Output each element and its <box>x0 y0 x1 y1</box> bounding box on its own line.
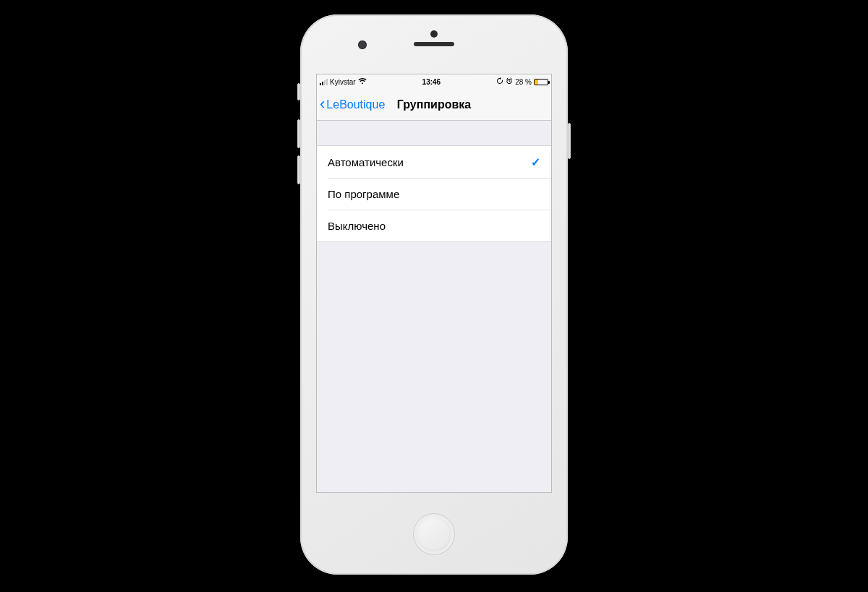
carrier-label: Kyivstar <box>330 78 356 86</box>
group-spacer <box>317 121 551 145</box>
home-button <box>413 513 455 555</box>
back-label: LeBoutique <box>326 98 385 111</box>
page-title: Группировка <box>397 98 471 111</box>
phone-bottom-bezel <box>413 493 455 575</box>
rotation-lock-icon <box>496 77 503 86</box>
options-list: Автоматически ✓ По программе Выключено <box>317 145 551 242</box>
status-bar: Kyivstar 13:46 28 % <box>317 74 551 89</box>
option-label: По программе <box>328 188 399 200</box>
navigation-bar: ‹ LeBoutique Группировка <box>317 89 551 121</box>
front-camera <box>358 40 367 49</box>
screen: Kyivstar 13:46 28 % ‹ LeBoutique <box>316 74 552 493</box>
earpiece-speaker <box>414 42 454 46</box>
volume-up-button <box>297 119 300 148</box>
option-automatic[interactable]: Автоматически ✓ <box>317 146 551 178</box>
wifi-icon <box>358 78 367 86</box>
chevron-left-icon: ‹ <box>320 96 325 112</box>
phone-top-bezel <box>300 14 568 74</box>
option-off[interactable]: Выключено <box>317 210 551 241</box>
battery-percent: 28 % <box>515 78 532 86</box>
alarm-icon <box>506 77 513 86</box>
phone-frame: Kyivstar 13:46 28 % ‹ LeBoutique <box>300 14 568 575</box>
status-right: 28 % <box>496 77 548 86</box>
battery-icon <box>534 79 548 85</box>
status-left: Kyivstar <box>320 78 367 86</box>
proximity-sensor <box>430 30 438 38</box>
checkmark-icon: ✓ <box>531 155 540 169</box>
option-label: Выключено <box>328 220 386 232</box>
back-button[interactable]: ‹ LeBoutique <box>320 89 385 121</box>
mute-switch <box>297 83 300 100</box>
volume-down-button <box>297 155 300 184</box>
content-area: Автоматически ✓ По программе Выключено <box>317 121 551 492</box>
option-by-app[interactable]: По программе <box>317 178 551 210</box>
clock: 13:46 <box>422 78 441 86</box>
option-label: Автоматически <box>328 156 404 168</box>
cellular-signal-icon <box>320 79 328 85</box>
power-button <box>568 123 571 159</box>
